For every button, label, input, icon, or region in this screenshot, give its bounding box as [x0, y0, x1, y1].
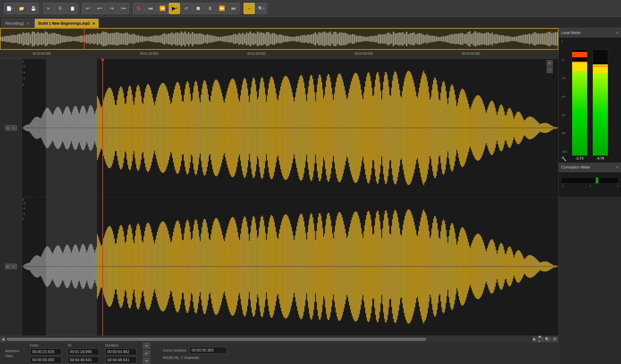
h-scroll-track[interactable] — [6, 337, 531, 341]
dur-col: Duration: 00:00:54.962 00:04:48.641 — [105, 343, 136, 363]
db-label-0-2: 0 — [23, 198, 24, 201]
level-meter-header: Level Meter × — [559, 28, 621, 38]
view-to-field[interactable]: 00:04:48.641 — [68, 356, 99, 363]
db-label-0-1: 0 — [23, 60, 24, 63]
scale-80: -80 — [561, 132, 567, 135]
correlation-labels: -1 0 1 — [561, 184, 618, 187]
auto-scroll-button[interactable]: ↔ — [244, 3, 255, 14]
play-button[interactable]: ▶▾ — [169, 3, 180, 14]
track2-mute-btn[interactable]: M — [5, 264, 11, 269]
paste-button[interactable]: 📋 — [67, 3, 78, 14]
level-meter-settings[interactable]: 🔧 — [561, 156, 567, 161]
pause-button[interactable]: ⏸ — [204, 3, 216, 14]
right-meter-peak — [593, 66, 608, 67]
waveform-zoom-btns: + − — [547, 59, 553, 73]
view-redo-btn[interactable]: ↪ — [143, 358, 150, 364]
open-button[interactable]: 📁 — [16, 3, 27, 14]
left-meter-col: -2.73 — [572, 49, 588, 160]
db-label-6-2: -6 — [23, 202, 25, 205]
track-control-2: M S — [0, 197, 22, 336]
zoom-button[interactable]: 🔍▾ — [255, 3, 267, 14]
rewind-button[interactable]: ⏪ — [157, 3, 168, 14]
config-btn[interactable]: ⚙ — [552, 337, 558, 342]
zoom-out-v-btn[interactable]: − — [547, 67, 553, 73]
right-meter-green — [593, 73, 608, 155]
track1-mute-btn[interactable]: M — [5, 125, 11, 131]
stop-button[interactable]: ⏹ — [192, 3, 204, 14]
tab-recording1[interactable]: Recording1 × — [1, 18, 34, 28]
track-2[interactable]: 0 -6 -∞ -6 0 — [22, 197, 558, 336]
skip-end-button[interactable]: ⏭ — [228, 3, 239, 14]
track1-solo-btn[interactable]: S — [11, 125, 17, 131]
correlation-meter-title: Correlation Meter — [561, 165, 590, 169]
db-label-6-1: -6 — [23, 64, 25, 68]
left-meter-green — [572, 69, 587, 155]
view-undo-btn[interactable]: ↩ — [143, 350, 150, 356]
from-col: From: 00:00:23.929 00:00:00.000 — [30, 343, 61, 363]
tracks-area[interactable]: 0 -6 -∞ -6 0 0 -6 — [22, 59, 558, 336]
db-label-0b-2: 0 — [23, 217, 24, 220]
left-meter-yellow — [572, 63, 587, 71]
track2-solo-btn[interactable]: S — [11, 264, 17, 269]
selection-highlight-1 — [46, 59, 97, 197]
left-meter-value: -2.73 — [576, 156, 583, 160]
save-button[interactable]: 💾 — [28, 3, 39, 14]
toolbar: 📄▾ 📁 💾 ✂ ⎘ 📋 ↩ ↩▾ ↪ ↪▾ ⏺ ⏮ ⏪ ▶▾ ↺ ⏹ ⏸ ⏩ … — [0, 0, 621, 17]
zoom-in-v-btn[interactable]: + — [547, 60, 553, 66]
timeline-ruler: 00:00:00:000 00:01:00:000 00:02:00:000 0… — [0, 50, 558, 59]
level-scale: 0 -8 -20 -40 -60 -80 -100 — [561, 40, 567, 153]
sel-dur-field[interactable]: 00:00:54.962 — [105, 348, 136, 355]
h-scrollbar: ◀ ▶ 🔍+ 🔍- ⚙ — [0, 336, 558, 342]
skip-start-button[interactable]: ⏮ — [145, 3, 156, 14]
copy-button[interactable]: ⎘ — [55, 3, 66, 14]
from-label: From: — [30, 343, 61, 347]
ruler-mark-4: 00:04:00:000 — [462, 52, 480, 55]
left-meter-bar — [572, 49, 588, 156]
transport-group: ⏺ ⏮ ⏪ ▶▾ ↺ ⏹ ⏸ ⏩ ⏭ — [132, 3, 241, 14]
tab-recording1-close[interactable]: × — [27, 21, 29, 26]
correlation-meter: -1 0 1 — [559, 172, 621, 197]
new-file-button[interactable]: 📄▾ — [4, 3, 15, 14]
undo-dropdown-button[interactable]: ↩▾ — [94, 3, 105, 14]
right-meter-col: -4.76 — [593, 49, 608, 160]
cut-button[interactable]: ✂ — [43, 3, 54, 14]
zoom-in-h-btn[interactable]: 🔍+ — [538, 337, 544, 342]
selection-highlight-2 — [46, 197, 97, 336]
view-dur-field[interactable]: 00:04:48.641 — [105, 356, 136, 363]
cursor-value-field[interactable]: 00:00:30.383 — [189, 347, 227, 354]
redo-dropdown-button[interactable]: ↪▾ — [118, 3, 129, 14]
h-scroll-left-btn[interactable]: ◀ — [1, 337, 6, 342]
track-controls: M S M S — [0, 59, 22, 336]
selection-label: Selection: — [5, 349, 24, 353]
right-meter-value: -4.76 — [596, 156, 604, 160]
corr-label-0: 0 — [589, 184, 591, 187]
ffwd-button[interactable]: ⏩ — [216, 3, 228, 14]
tab-build1-close[interactable]: × — [92, 21, 95, 26]
sel-to-field[interactable]: 00:01:18.890 — [68, 348, 99, 355]
file-group: 📄▾ 📁 💾 — [3, 3, 40, 14]
waveform-container: M S M S — [0, 59, 558, 336]
view-label: View: — [5, 354, 24, 358]
right-meter-bar — [593, 49, 608, 156]
loop-button[interactable]: ↺ — [181, 3, 192, 14]
correlation-meter-close[interactable]: × — [616, 164, 618, 170]
sel-from-field[interactable]: 00:00:23.929 — [30, 348, 61, 355]
level-meter-close[interactable]: × — [616, 30, 618, 36]
h-scroll-thumb[interactable] — [7, 338, 426, 341]
right-panel: Level Meter × 0 -8 -20 -40 -60 -80 -100 — [558, 28, 621, 364]
track-1[interactable]: 0 -6 -∞ -6 0 — [22, 59, 558, 197]
tab-build1[interactable]: Build 1 New Beginnings.mp3 × — [34, 18, 99, 28]
undo-button[interactable]: ↩ — [82, 3, 93, 14]
h-scroll-right-btn[interactable]: ▶ — [532, 337, 537, 342]
record-button[interactable]: ⏺ — [133, 3, 144, 14]
overview-waveform[interactable] — [0, 28, 558, 50]
scale-60: -60 — [561, 114, 567, 117]
sel-redo-btn[interactable]: ↪ — [143, 343, 150, 349]
cursor-row: Cursor position: 00:00:30.383 — [163, 347, 227, 354]
zoom-out-h-btn[interactable]: 🔍- — [545, 337, 551, 342]
corr-label-neg1: -1 — [561, 184, 564, 187]
view-from-field[interactable]: 00:00:00.000 — [30, 356, 61, 363]
redo-button[interactable]: ↪ — [106, 3, 117, 14]
info-bar: Selection: View: From: 00:00:23.929 00:0… — [0, 342, 558, 364]
main-area: 00:00:00:000 00:01:00:000 00:02:00:000 0… — [0, 28, 621, 364]
